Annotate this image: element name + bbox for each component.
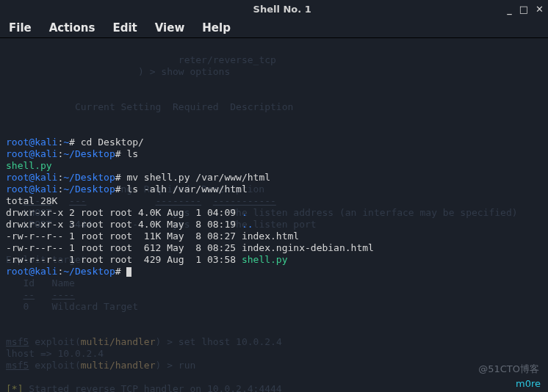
menubar: File Actions Edit View Help: [0, 18, 548, 38]
menu-view[interactable]: View: [155, 21, 185, 35]
minimize-button[interactable]: _: [507, 4, 512, 14]
maximize-button[interactable]: □: [519, 4, 528, 14]
terminal-line: -rw-r--r-- 1 root root 429 Aug 1 03:58 s…: [6, 254, 288, 265]
terminal-line: root@kali:~/Desktop# ls: [6, 148, 138, 159]
terminal-line: shell.py: [6, 160, 52, 171]
close-button[interactable]: ✕: [536, 4, 544, 14]
terminal-line: -rw-r--r-- 1 root root 612 May 8 08:25 i…: [6, 242, 374, 253]
menu-help[interactable]: Help: [202, 21, 231, 35]
watermark-text: @51CTO博客: [478, 363, 539, 376]
titlebar: Shell No. 1 _ □ ✕: [0, 0, 548, 18]
terminal-line: root@kali:~/Desktop# ls -alh /var/www/ht…: [6, 184, 248, 195]
terminal-output: root@kali:~# cd Desktop/ root@kali:~/Des…: [6, 125, 542, 289]
terminal-line: drwxr-xr-x 2 root root 4.0K Aug 1 04:09 …: [6, 207, 248, 218]
more-link[interactable]: m0re: [516, 378, 541, 389]
menu-actions[interactable]: Actions: [49, 21, 95, 35]
terminal-line: root@kali:~# cd Desktop/: [6, 137, 144, 148]
window-title: Shell No. 1: [57, 4, 507, 15]
menu-edit[interactable]: Edit: [112, 21, 137, 35]
window-controls: _ □ ✕: [507, 4, 544, 14]
terminal-line: drwxr-xr-x 3 root root 4.0K May 8 08:19 …: [6, 219, 253, 230]
terminal-line: root@kali:~/Desktop# mv shell.py /var/ww…: [6, 172, 270, 183]
terminal-viewport[interactable]: reter/reverse_tcp ) > show options Curre…: [0, 38, 548, 319]
cursor-block: [126, 267, 131, 277]
terminal-line: total 28K: [6, 195, 57, 206]
terminal-line: root@kali:~/Desktop#: [6, 266, 131, 277]
menu-file[interactable]: File: [9, 21, 32, 35]
terminal-line: -rw-r--r-- 1 root root 11K May 8 08:27 i…: [6, 231, 299, 242]
